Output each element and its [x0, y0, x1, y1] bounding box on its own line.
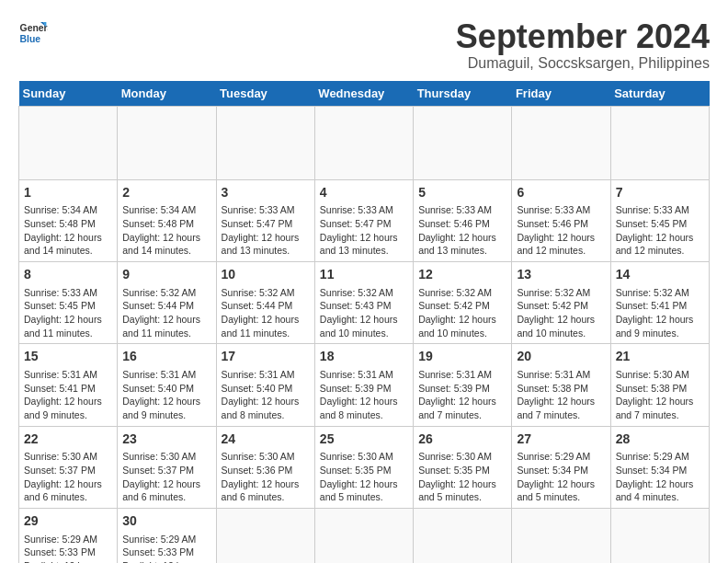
day-number: 8: [24, 266, 112, 284]
day-info: Sunrise: 5:30 AMSunset: 5:37 PMDaylight:…: [24, 450, 112, 504]
day-info: Sunrise: 5:30 AMSunset: 5:35 PMDaylight:…: [320, 450, 408, 504]
calendar-cell: 28Sunrise: 5:29 AMSunset: 5:34 PMDayligh…: [610, 426, 709, 508]
calendar-cell: [314, 106, 413, 179]
calendar-cell: 11Sunrise: 5:32 AMSunset: 5:43 PMDayligh…: [314, 261, 413, 343]
calendar-cell: [512, 508, 610, 563]
day-info: Sunrise: 5:30 AMSunset: 5:36 PMDaylight:…: [222, 450, 310, 504]
calendar-cell: 3Sunrise: 5:33 AMSunset: 5:47 PMDaylight…: [216, 179, 314, 261]
header-day-wednesday: Wednesday: [314, 81, 413, 107]
week-row-3: 15Sunrise: 5:31 AMSunset: 5:41 PMDayligh…: [19, 344, 710, 426]
header: General Blue September 2024 Dumaguil, So…: [18, 18, 710, 72]
day-number: 18: [320, 348, 408, 366]
week-row-1: 1Sunrise: 5:34 AMSunset: 5:48 PMDaylight…: [19, 179, 710, 261]
week-row-4: 22Sunrise: 5:30 AMSunset: 5:37 PMDayligh…: [19, 426, 710, 508]
day-number: 5: [418, 184, 506, 202]
calendar-cell: 22Sunrise: 5:30 AMSunset: 5:37 PMDayligh…: [19, 426, 118, 508]
day-number: 23: [122, 431, 210, 449]
calendar-cell: 17Sunrise: 5:31 AMSunset: 5:40 PMDayligh…: [216, 344, 314, 426]
day-number: 10: [222, 266, 310, 284]
calendar-cell: 23Sunrise: 5:30 AMSunset: 5:37 PMDayligh…: [118, 426, 216, 508]
svg-text:Blue: Blue: [20, 34, 41, 44]
day-info: Sunrise: 5:29 AMSunset: 5:33 PMDaylight:…: [122, 533, 210, 563]
day-info: Sunrise: 5:29 AMSunset: 5:34 PMDaylight:…: [517, 450, 605, 504]
day-number: 28: [616, 431, 704, 449]
day-info: Sunrise: 5:34 AMSunset: 5:48 PMDaylight:…: [122, 203, 210, 258]
calendar-cell: 1Sunrise: 5:34 AMSunset: 5:48 PMDaylight…: [19, 179, 118, 261]
day-number: 30: [122, 512, 210, 531]
calendar-cell: 29Sunrise: 5:29 AMSunset: 5:33 PMDayligh…: [19, 508, 118, 563]
calendar-cell: [414, 106, 512, 179]
calendar-cell: [216, 508, 314, 563]
calendar-cell: 25Sunrise: 5:30 AMSunset: 5:35 PMDayligh…: [314, 426, 413, 508]
calendar-cell: 13Sunrise: 5:32 AMSunset: 5:42 PMDayligh…: [512, 261, 610, 343]
day-info: Sunrise: 5:31 AMSunset: 5:40 PMDaylight:…: [222, 368, 310, 422]
day-number: 1: [24, 184, 112, 202]
calendar-cell: 9Sunrise: 5:32 AMSunset: 5:44 PMDaylight…: [118, 261, 216, 343]
day-info: Sunrise: 5:32 AMSunset: 5:44 PMDaylight:…: [222, 286, 310, 340]
day-number: 11: [320, 266, 408, 284]
day-info: Sunrise: 5:33 AMSunset: 5:45 PMDaylight:…: [24, 286, 112, 340]
header-day-monday: Monday: [118, 81, 216, 107]
week-row-5: 29Sunrise: 5:29 AMSunset: 5:33 PMDayligh…: [19, 508, 710, 563]
calendar-cell: [610, 508, 709, 563]
calendar-cell: 7Sunrise: 5:33 AMSunset: 5:45 PMDaylight…: [610, 179, 709, 261]
day-number: 13: [517, 266, 605, 284]
week-row-0: [19, 106, 710, 179]
day-number: 4: [320, 184, 408, 202]
calendar-cell: 15Sunrise: 5:31 AMSunset: 5:41 PMDayligh…: [19, 344, 118, 426]
calendar-cell: [314, 508, 413, 563]
calendar-cell: 24Sunrise: 5:30 AMSunset: 5:36 PMDayligh…: [216, 426, 314, 508]
day-number: 9: [122, 266, 210, 284]
calendar-cell: 18Sunrise: 5:31 AMSunset: 5:39 PMDayligh…: [314, 344, 413, 426]
day-number: 22: [24, 431, 112, 449]
calendar-body: 1Sunrise: 5:34 AMSunset: 5:48 PMDaylight…: [19, 106, 710, 563]
calendar-cell: 10Sunrise: 5:32 AMSunset: 5:44 PMDayligh…: [216, 261, 314, 343]
day-number: 25: [320, 431, 408, 449]
day-number: 29: [24, 512, 112, 531]
page-title: September 2024: [456, 18, 710, 55]
page-subtitle: Dumaguil, Soccsksargen, Philippines: [456, 55, 710, 72]
calendar-cell: 2Sunrise: 5:34 AMSunset: 5:48 PMDaylight…: [118, 179, 216, 261]
calendar-cell: 26Sunrise: 5:30 AMSunset: 5:35 PMDayligh…: [414, 426, 512, 508]
calendar-cell: 20Sunrise: 5:31 AMSunset: 5:38 PMDayligh…: [512, 344, 610, 426]
header-day-tuesday: Tuesday: [216, 81, 314, 107]
day-info: Sunrise: 5:32 AMSunset: 5:42 PMDaylight:…: [517, 286, 605, 340]
day-info: Sunrise: 5:30 AMSunset: 5:35 PMDaylight:…: [418, 450, 506, 504]
header-day-thursday: Thursday: [414, 81, 512, 107]
day-info: Sunrise: 5:33 AMSunset: 5:46 PMDaylight:…: [418, 203, 506, 258]
day-info: Sunrise: 5:33 AMSunset: 5:47 PMDaylight:…: [320, 203, 408, 258]
day-info: Sunrise: 5:32 AMSunset: 5:44 PMDaylight:…: [122, 286, 210, 340]
day-info: Sunrise: 5:29 AMSunset: 5:34 PMDaylight:…: [616, 450, 704, 504]
logo: General Blue: [18, 18, 48, 48]
day-info: Sunrise: 5:32 AMSunset: 5:42 PMDaylight:…: [418, 286, 506, 340]
day-info: Sunrise: 5:29 AMSunset: 5:33 PMDaylight:…: [24, 533, 112, 563]
header-day-saturday: Saturday: [610, 81, 709, 107]
day-number: 7: [616, 184, 704, 202]
day-info: Sunrise: 5:33 AMSunset: 5:47 PMDaylight:…: [222, 203, 310, 258]
day-number: 12: [418, 266, 506, 284]
calendar-cell: 14Sunrise: 5:32 AMSunset: 5:41 PMDayligh…: [610, 261, 709, 343]
day-info: Sunrise: 5:31 AMSunset: 5:40 PMDaylight:…: [122, 368, 210, 422]
calendar-table: SundayMondayTuesdayWednesdayThursdayFrid…: [18, 81, 710, 563]
day-number: 19: [418, 348, 506, 366]
header-day-sunday: Sunday: [19, 81, 118, 107]
day-info: Sunrise: 5:31 AMSunset: 5:38 PMDaylight:…: [517, 368, 605, 422]
calendar-cell: 8Sunrise: 5:33 AMSunset: 5:45 PMDaylight…: [19, 261, 118, 343]
title-area: September 2024 Dumaguil, Soccsksargen, P…: [456, 18, 710, 72]
svg-text:General: General: [20, 23, 48, 33]
day-number: 27: [517, 431, 605, 449]
day-number: 17: [222, 348, 310, 366]
calendar-cell: 4Sunrise: 5:33 AMSunset: 5:47 PMDaylight…: [314, 179, 413, 261]
calendar-cell: 16Sunrise: 5:31 AMSunset: 5:40 PMDayligh…: [118, 344, 216, 426]
calendar-cell: [216, 106, 314, 179]
header-day-friday: Friday: [512, 81, 610, 107]
calendar-cell: [512, 106, 610, 179]
day-number: 2: [122, 184, 210, 202]
day-info: Sunrise: 5:33 AMSunset: 5:46 PMDaylight:…: [517, 203, 605, 258]
week-row-2: 8Sunrise: 5:33 AMSunset: 5:45 PMDaylight…: [19, 261, 710, 343]
day-number: 6: [517, 184, 605, 202]
day-number: 16: [122, 348, 210, 366]
calendar-cell: [118, 106, 216, 179]
calendar-cell: [414, 508, 512, 563]
day-number: 26: [418, 431, 506, 449]
